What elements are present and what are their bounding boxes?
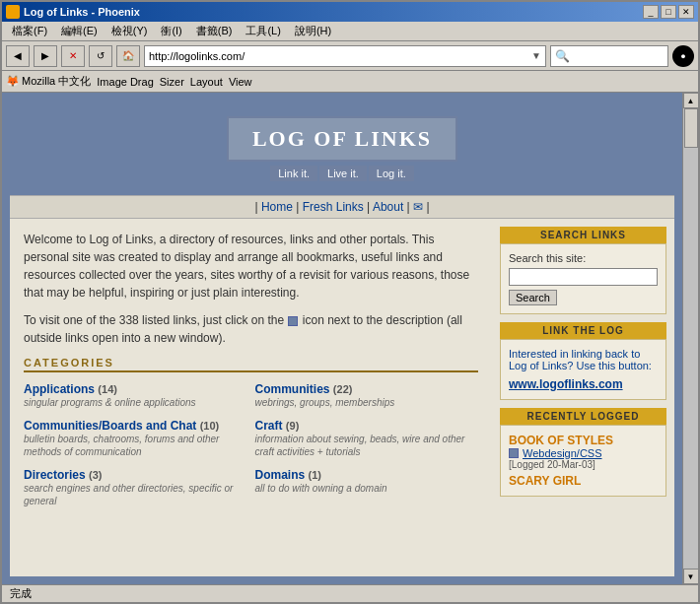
menu-tools[interactable]: 工具(L) [240,22,286,40]
menu-help[interactable]: 說明(H) [289,22,337,40]
layout[interactable]: Layout [190,76,223,88]
url-input[interactable] [149,50,531,62]
view[interactable]: View [229,76,252,88]
link-log-widget: LINK THE LOG Interested in linking back … [500,322,666,400]
logo-box: LOG OF LINKS [227,116,457,162]
categories-title: CATEGORIES [24,357,478,372]
category-craft-desc: information about sewing, beads, wire an… [255,433,479,458]
sidebar: SEARCH LINKS Search this site: Search LI… [492,219,674,525]
recently-title-2: SCARY GIRL [509,474,658,488]
scroll-up-button[interactable]: ▲ [683,93,699,108]
mozilla-zh[interactable]: 🦊 Mozilla 中文化 [6,74,91,89]
search-bar: 🔍 [550,45,668,67]
stop-button[interactable]: ✕ [61,45,85,67]
status-bar: 完成 [2,584,698,602]
recently-icon-1 [509,448,519,458]
search-widget-body: Search this site: Search [500,243,666,314]
menu-view[interactable]: 檢視(Y) [105,22,154,40]
link-log-body: Interested in linking back to Log of Lin… [500,339,666,400]
recently-title-1: BOOK OF STYLES [509,434,658,447]
tagline-log: Log it. [369,166,414,181]
browser-window: Log of Links - Phoenix _ □ ✕ 檔案(F) 編輯(E)… [0,0,700,604]
list-item: Communities/Boards and Chat (10) bulleti… [24,419,247,458]
link-icon [288,316,298,326]
status-text: 完成 [10,586,32,601]
content-area: LOG OF LINKS Link it. Live it. Log it. |… [2,93,698,584]
go-button[interactable]: ● [672,45,694,67]
toolbar: ◀ ▶ ✕ ↺ 🏠 ▼ 🔍 ● [2,41,698,71]
tagline-live: Live it. [319,166,367,181]
recently-link-1[interactable]: Webdesign/CSS [523,447,602,459]
site-search-button[interactable]: Search [509,290,557,305]
window-controls: _ □ ✕ [643,5,694,19]
list-item: Communities (22) webrings, groups, membe… [255,382,479,409]
nav-home[interactable]: Home [261,200,293,214]
category-applications-desc: singular programs & online applications [24,396,247,409]
list-item: Directories (3) search engines and other… [24,468,247,507]
category-applications[interactable]: Applications (14) [24,382,247,396]
search-widget-header: SEARCH LINKS [500,227,666,243]
back-button[interactable]: ◀ [6,45,30,67]
nav-email[interactable]: ✉ [413,200,423,214]
address-bar: ▼ [144,45,546,67]
list-item: Applications (14) singular programs & on… [24,382,247,409]
menu-bar: 檔案(F) 編輯(E) 檢視(Y) 衝(I) 書籤(B) 工具(L) 說明(H) [2,22,698,41]
window-icon [6,5,20,19]
menu-edit[interactable]: 編輯(E) [55,22,104,40]
category-communities-chat[interactable]: Communities/Boards and Chat (10) [24,419,247,433]
category-communities[interactable]: Communities (22) [255,382,479,396]
tagline: Link it. Live it. Log it. [10,166,674,181]
intro-paragraph-1: Welcome to Log of Links, a directory of … [24,231,478,302]
go-icon: ▼ [531,50,541,61]
browser-viewport: LOG OF LINKS Link it. Live it. Log it. |… [2,93,682,584]
search-icon: 🔍 [555,49,570,63]
site-header: LOG OF LINKS Link it. Live it. Log it. [10,101,674,195]
minimize-button[interactable]: _ [643,5,659,19]
category-domains-desc: all to do with owning a domain [255,482,479,495]
forward-button[interactable]: ▶ [34,45,57,67]
intro-paragraph-2: To visit one of the 338 listed links, ju… [24,311,478,347]
category-directories-desc: search engines and other directories, sp… [24,482,247,507]
link-log-url[interactable]: www.logoflinks.com [509,377,623,391]
home-button[interactable]: 🏠 [116,45,140,67]
link-log-header: LINK THE LOG [500,322,666,339]
image-drag[interactable]: Image Drag [97,76,153,88]
recently-logged-body: BOOK OF STYLES Webdesign/CSS [Logged 20-… [500,425,666,497]
recently-logged-widget: RECENTLY LOGGED BOOK OF STYLES Webdesign… [500,408,666,497]
link-count: 338 [119,313,139,327]
category-domains[interactable]: Domains (1) [255,468,479,482]
menu-bookmarks[interactable]: 書籤(B) [190,22,239,40]
menu-go[interactable]: 衝(I) [155,22,187,40]
sizer[interactable]: Sizer [160,76,184,88]
main-layout: Welcome to Log of Links, a directory of … [10,219,674,525]
site-nav: | Home | Fresh Links | About | ✉ | [10,195,674,219]
refresh-button[interactable]: ↺ [89,45,112,67]
title-bar-content: Log of Links - Phoenix [6,5,140,19]
scroll-thumb[interactable] [684,108,698,148]
nav-fresh-links[interactable]: Fresh Links [303,200,364,214]
scrollbar-vertical: ▲ ▼ [682,93,698,584]
recently-logged-header: RECENTLY LOGGED [500,408,666,425]
list-item: BOOK OF STYLES Webdesign/CSS [Logged 20-… [509,434,658,470]
nav-about[interactable]: About [373,200,403,214]
page-container: LOG OF LINKS Link it. Live it. Log it. |… [10,101,674,576]
scroll-track[interactable] [683,108,698,569]
site-search-input[interactable] [509,268,658,286]
extra-toolbar: 🦊 Mozilla 中文化 Image Drag Sizer Layout Vi… [2,71,698,93]
maximize-button[interactable]: □ [661,5,676,19]
window-title: Log of Links - Phoenix [24,6,140,18]
category-craft[interactable]: Craft (9) [255,419,479,433]
categories-grid: Applications (14) singular programs & on… [24,382,478,513]
title-bar: Log of Links - Phoenix _ □ ✕ [2,2,698,22]
site-logo: LOG OF LINKS [252,126,432,152]
category-directories[interactable]: Directories (3) [24,468,247,482]
list-item: Domains (1) all to do with owning a doma… [255,468,479,507]
recently-date-1: [Logged 20-Mar-03] [509,459,658,470]
list-item: Craft (9) information about sewing, bead… [255,419,479,458]
menu-file[interactable]: 檔案(F) [6,22,53,40]
category-communities-chat-desc: bulletin boards, chatrooms, forums and o… [24,433,247,458]
tagline-link: Link it. [270,166,317,181]
scroll-down-button[interactable]: ▼ [683,569,699,584]
category-communities-desc: webrings, groups, memberships [255,396,479,409]
close-button[interactable]: ✕ [678,5,694,19]
